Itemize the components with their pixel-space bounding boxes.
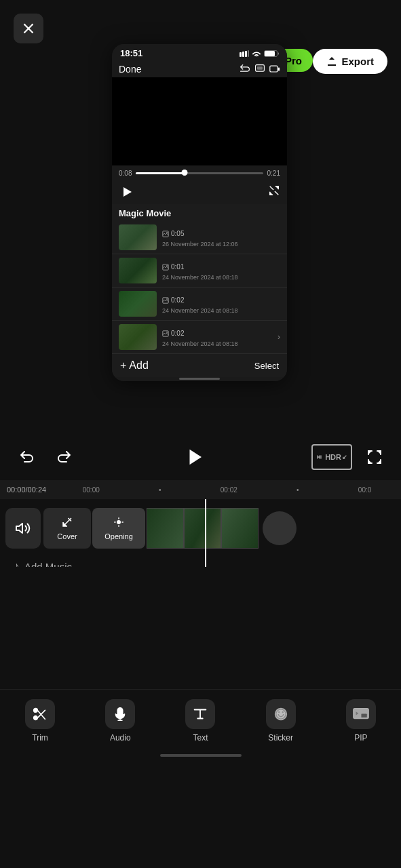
add-music-label: Add Music xyxy=(24,561,72,568)
video-frame-3 xyxy=(221,508,259,549)
add-button[interactable]: + Add xyxy=(120,359,149,372)
phone-status-icons xyxy=(240,50,279,57)
media-info-2: 0:01 24 November 2024 at 08:18 xyxy=(162,261,280,281)
pro-label: Pro xyxy=(285,55,302,66)
svg-point-21 xyxy=(117,521,121,524)
phone-mockup: 18:51 Done 0:08 xyxy=(112,44,287,381)
export-label: Export xyxy=(341,56,374,67)
svg-rect-3 xyxy=(245,51,247,57)
volume-clip[interactable] xyxy=(5,508,41,549)
bottom-home-bar xyxy=(0,748,401,763)
cover-icon xyxy=(61,516,73,531)
clip-timeline: Cover Opening xyxy=(0,499,401,567)
svg-point-26 xyxy=(278,711,280,713)
select-button[interactable]: Select xyxy=(254,361,279,371)
text-tool[interactable]: Text xyxy=(173,699,227,743)
opening-clip[interactable]: Opening xyxy=(92,508,145,549)
hdr-fullscreen-group: HDR ↙ xyxy=(311,444,387,470)
timeline-ruler: 00:00/00:24 00:00 • 00:02 • 00:0 xyxy=(0,480,401,499)
media-thumb-3 xyxy=(119,291,157,317)
phone-fullscreen-button[interactable] xyxy=(268,184,280,199)
done-label[interactable]: Done xyxy=(119,64,141,75)
trim-tool[interactable]: Trim xyxy=(13,699,67,743)
add-clip-button[interactable] xyxy=(263,511,297,545)
music-note-icon: ♪ xyxy=(14,560,19,567)
sticker-icon xyxy=(266,699,296,729)
hdr-label: HDR xyxy=(325,453,341,461)
svg-rect-2 xyxy=(242,52,244,57)
svg-point-17 xyxy=(166,298,168,300)
phone-time: 18:51 xyxy=(120,48,142,58)
svg-rect-6 xyxy=(265,51,275,56)
timeline-start: 0:08 xyxy=(119,170,132,177)
svg-rect-30 xyxy=(361,713,367,718)
home-indicator xyxy=(160,754,242,757)
clip-row: Cover Opening xyxy=(0,505,401,552)
svg-rect-4 xyxy=(248,50,249,57)
svg-point-19 xyxy=(166,332,168,333)
media-date-2: 24 November 2024 at 08:18 xyxy=(162,274,280,281)
spacer xyxy=(0,567,401,689)
export-button[interactable]: Export xyxy=(313,49,387,74)
media-thumb-2 xyxy=(119,258,157,283)
phone-home-indicator xyxy=(179,378,220,380)
opening-label: Opening xyxy=(104,532,133,540)
sticker-tool[interactable]: Sticker xyxy=(254,699,308,743)
tick-4: 00:0 xyxy=(358,486,371,494)
redo-button[interactable] xyxy=(52,444,77,470)
media-item-2[interactable]: 0:01 24 November 2024 at 08:18 xyxy=(112,254,287,288)
media-thumb-1 xyxy=(119,224,157,250)
video-frame-1 xyxy=(147,508,184,549)
svg-point-25 xyxy=(276,710,285,719)
done-bar: Done xyxy=(112,61,287,77)
media-item[interactable]: 0:05 26 November 2024 at 12:06 xyxy=(112,221,287,254)
undo-button[interactable] xyxy=(14,444,39,470)
add-label: Add xyxy=(129,359,148,372)
timeline-thumb xyxy=(181,170,187,176)
media-image-icon-2 xyxy=(162,261,169,273)
undo-redo-group xyxy=(14,444,77,470)
phone-play-button[interactable] xyxy=(119,184,135,200)
tick-2: 00:02 xyxy=(221,486,237,494)
phone-home-bar xyxy=(112,377,287,381)
fullscreen-button[interactable] xyxy=(362,444,387,470)
close-button[interactable] xyxy=(14,14,43,43)
media-item-3[interactable]: 0:02 24 November 2024 at 08:18 xyxy=(112,288,287,321)
playhead xyxy=(205,499,206,567)
phone-timeline-bar: 0:08 0:21 xyxy=(112,165,287,181)
media-duration-4: 0:02 xyxy=(171,330,184,337)
total-time: 00:24 xyxy=(28,486,47,494)
audio-tool[interactable]: Audio xyxy=(93,699,147,743)
bottom-toolbar: Trim Audio Text xyxy=(0,689,401,748)
svg-point-13 xyxy=(166,232,168,233)
cover-clip[interactable]: Cover xyxy=(43,508,91,549)
svg-rect-1 xyxy=(240,52,242,57)
main-play-button[interactable] xyxy=(178,441,211,473)
media-info-4: 0:02 24 November 2024 at 08:18 xyxy=(162,328,278,347)
hdr-chevron: ↙ xyxy=(342,454,347,460)
media-duration-3: 0:02 xyxy=(171,296,184,304)
timeline-track[interactable] xyxy=(136,172,263,174)
magic-movie-label: Magic Movie xyxy=(112,204,287,221)
media-list: 0:05 26 November 2024 at 12:06 0:01 24 N… xyxy=(112,221,287,354)
tick-0: 00:00 xyxy=(83,486,100,494)
svg-marker-20 xyxy=(189,450,202,465)
tick-dot-2: • xyxy=(297,486,299,494)
cover-label: Cover xyxy=(57,532,77,540)
add-music-row[interactable]: ♪ Add Music xyxy=(0,553,401,567)
media-arrow-4: › xyxy=(278,332,280,342)
svg-rect-10 xyxy=(278,68,280,71)
timeline-end: 0:21 xyxy=(267,170,280,177)
add-select-bar: + Add Select xyxy=(112,354,287,377)
ruler-ticks: 00:00 • 00:02 • 00:0 xyxy=(53,486,401,494)
hdr-button[interactable]: HDR ↙ xyxy=(311,444,352,470)
svg-point-27 xyxy=(282,711,283,713)
media-duration-2: 0:01 xyxy=(171,263,184,271)
pip-tool[interactable]: PIP xyxy=(334,699,388,743)
media-item-4[interactable]: 0:02 24 November 2024 at 08:18 › xyxy=(112,321,287,354)
media-date-4: 24 November 2024 at 08:18 xyxy=(162,340,278,347)
text-label: Text xyxy=(193,733,208,743)
pip-label: PIP xyxy=(354,733,367,743)
phone-status-bar: 18:51 xyxy=(112,44,287,61)
tick-dot-1: • xyxy=(159,486,161,494)
